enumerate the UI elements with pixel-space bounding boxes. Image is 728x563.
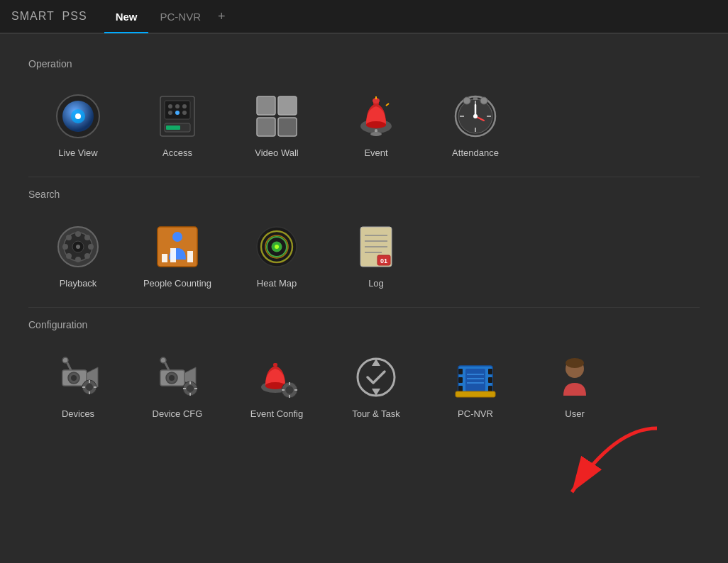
device-cfg-icon-box — [152, 352, 203, 403]
user-icon — [552, 355, 597, 400]
svg-rect-15 — [278, 96, 297, 115]
heat-map-label: Heat Map — [257, 278, 297, 289]
user-item[interactable]: User — [525, 345, 624, 426]
attendance-item[interactable]: Attendance — [426, 84, 525, 165]
svg-rect-104 — [458, 369, 463, 374]
svg-point-59 — [275, 245, 279, 249]
pc-nvr-icon-box — [450, 352, 501, 403]
device-cfg-icon — [155, 355, 200, 400]
event-icon — [353, 94, 399, 139]
people-counting-label: People Counting — [143, 278, 211, 289]
devices-item[interactable]: Devices — [28, 345, 128, 426]
configuration-label: Configuration — [28, 319, 700, 330]
log-icon: 01 — [353, 224, 399, 269]
devices-label: Devices — [62, 408, 94, 419]
attendance-icon — [453, 94, 498, 139]
svg-rect-106 — [458, 386, 463, 391]
svg-rect-108 — [488, 377, 492, 383]
logo-bold: SMART — [11, 10, 55, 22]
svg-point-9 — [168, 111, 172, 115]
svg-point-7 — [175, 104, 180, 108]
user-label: User — [565, 408, 584, 419]
divider-1 — [28, 177, 700, 177]
tour-task-item[interactable]: Tour & Task — [326, 345, 426, 426]
device-cfg-label: Device CFG — [153, 408, 203, 419]
svg-point-51 — [172, 232, 182, 242]
event-item[interactable]: Event — [326, 84, 426, 165]
search-section: Search — [28, 189, 700, 296]
svg-point-10 — [175, 111, 180, 115]
svg-point-3 — [75, 113, 81, 119]
svg-rect-95 — [273, 363, 277, 367]
video-wall-label: Video Wall — [255, 147, 298, 158]
operation-section: Operation — [28, 58, 700, 165]
svg-rect-110 — [465, 369, 485, 391]
user-icon-box — [549, 352, 600, 403]
svg-point-46 — [66, 235, 72, 240]
svg-rect-17 — [278, 118, 297, 136]
svg-point-35 — [463, 97, 470, 104]
tab-new[interactable]: New — [104, 0, 149, 33]
main-content: Operation — [0, 34, 728, 450]
event-config-item[interactable]: Event Config — [227, 345, 326, 426]
svg-point-41 — [76, 245, 80, 249]
svg-point-6 — [168, 104, 172, 108]
svg-line-25 — [386, 104, 389, 106]
video-wall-item[interactable]: Video Wall — [227, 84, 326, 165]
svg-point-72 — [71, 375, 77, 381]
svg-point-47 — [84, 253, 90, 259]
playback-label: Playback — [60, 278, 97, 289]
access-label: Access — [162, 147, 192, 158]
people-counting-item[interactable]: People Counting — [128, 214, 227, 296]
access-icon-box — [152, 91, 203, 142]
svg-rect-107 — [488, 369, 492, 374]
pc-nvr-icon — [453, 355, 498, 400]
svg-point-88 — [187, 385, 194, 392]
configuration-section: Configuration — [28, 319, 700, 426]
svg-rect-53 — [170, 248, 176, 262]
svg-point-74 — [62, 357, 68, 363]
access-icon — [155, 94, 200, 139]
svg-point-97 — [286, 386, 294, 394]
heat-map-icon — [254, 224, 299, 269]
live-view-icon — [55, 94, 101, 139]
people-counting-icon-box — [152, 221, 203, 272]
topbar: SMART PSS New PC-NVR + — [0, 0, 728, 34]
live-view-icon-box — [53, 91, 104, 142]
device-cfg-item[interactable]: Device CFG — [128, 345, 227, 426]
pc-nvr-item[interactable]: PC-NVR — [426, 345, 525, 426]
devices-icon — [55, 355, 101, 400]
svg-text:01: 01 — [380, 257, 387, 264]
svg-point-44 — [62, 244, 68, 250]
svg-rect-105 — [458, 377, 463, 383]
logo-light: PSS — [62, 10, 87, 22]
event-config-icon-box — [251, 352, 302, 403]
svg-point-86 — [160, 357, 166, 363]
playback-icon-box — [53, 221, 104, 272]
divider-2 — [28, 307, 700, 308]
tab-add-button[interactable]: + — [212, 9, 231, 24]
svg-point-76 — [86, 384, 93, 391]
people-counting-icon — [155, 224, 200, 269]
tour-task-icon-box — [351, 352, 402, 403]
tour-task-icon — [353, 355, 399, 400]
svg-rect-37 — [473, 97, 478, 100]
svg-point-48 — [84, 235, 90, 240]
svg-line-73 — [67, 362, 71, 370]
playback-item[interactable]: Playback — [28, 214, 128, 296]
tab-pc-nvr[interactable]: PC-NVR — [148, 0, 212, 33]
video-wall-icon-box — [251, 91, 302, 142]
svg-point-11 — [182, 111, 187, 115]
live-view-item[interactable]: Live View — [28, 84, 128, 165]
svg-rect-109 — [488, 386, 492, 391]
svg-point-43 — [75, 257, 81, 262]
log-icon-box: 01 — [351, 221, 402, 272]
svg-point-36 — [480, 97, 487, 104]
access-item[interactable]: Access — [128, 84, 227, 165]
tour-task-label: Tour & Task — [352, 408, 400, 419]
attendance-icon-box — [450, 91, 501, 142]
heat-map-item[interactable]: Heat Map — [227, 214, 326, 296]
svg-rect-13 — [166, 126, 180, 130]
log-item[interactable]: 01 Log — [326, 214, 426, 296]
video-wall-icon — [254, 94, 299, 139]
